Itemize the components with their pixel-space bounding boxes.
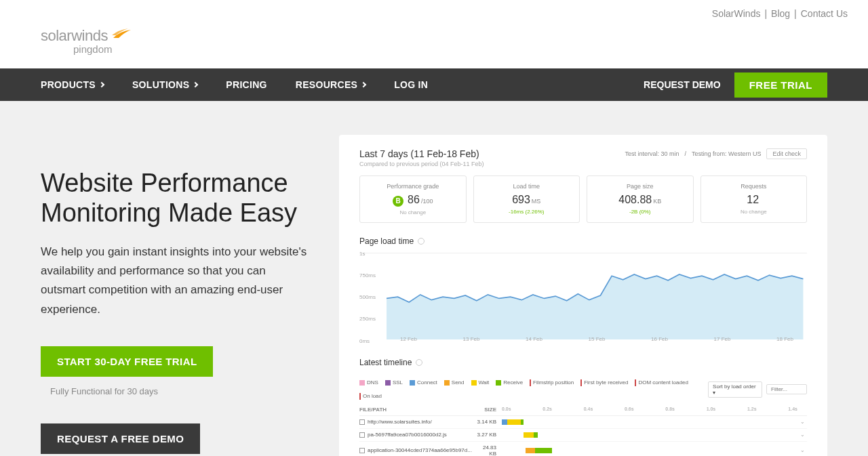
hero-title: Website Performance Monitoring Made Easy <box>41 169 312 228</box>
file-icon <box>359 419 365 425</box>
col-size: SIZE <box>475 407 502 413</box>
request-demo-button[interactable]: REQUEST A FREE DEMO <box>41 423 200 454</box>
expand-icon[interactable]: ⌄ <box>797 419 807 425</box>
file-size: 3.14 KB <box>475 419 502 425</box>
stat-value: 86 <box>408 194 420 206</box>
nav-request-demo[interactable]: REQUEST DEMO <box>644 79 721 90</box>
stat-label: Performance grade <box>366 183 460 190</box>
timeline-row[interactable]: application-30044cded7374aa66e95b97d... … <box>359 442 807 457</box>
expand-icon[interactable]: ⌄ <box>797 432 807 438</box>
test-location: Testing from: Western US <box>692 150 761 157</box>
timeline-title: Latest timeline <box>359 358 422 367</box>
nav-login[interactable]: LOG IN <box>394 79 428 90</box>
stat-card: Page size 408.88KB -2B (0%) <box>587 175 694 223</box>
legend-marker: First byte received <box>580 379 628 386</box>
info-icon <box>418 238 425 245</box>
logo-main-text: solarwinds <box>41 27 108 45</box>
stat-value: 693 <box>512 194 530 206</box>
dashboard-title: Last 7 days (11 Feb-18 Feb) <box>359 148 484 159</box>
scale-tick: 0.0s <box>502 407 511 413</box>
trial-note: Fully Functional for 30 days <box>50 386 312 396</box>
stat-card: Requests 12 No change <box>701 175 808 223</box>
link-blog[interactable]: Blog <box>771 8 790 19</box>
scale-tick: 0.6s <box>625 407 634 413</box>
stat-card: Performance grade B86/100 No change <box>359 175 467 223</box>
legend-item: Receive <box>496 379 523 386</box>
nav-resources[interactable]: RESOURCES <box>296 79 366 90</box>
dashboard-subtitle: Compared to previous period (04 Feb-11 F… <box>359 161 484 167</box>
stat-change: -16ms (2.26%) <box>479 209 574 215</box>
grade-badge: B <box>393 196 403 207</box>
legend-marker: On load <box>359 393 382 400</box>
x-axis-label: 15 Feb <box>589 336 606 342</box>
hero-section: Website Performance Monitoring Made Easy… <box>0 101 868 456</box>
logo-swoosh-icon <box>112 28 132 41</box>
col-file: FILE/PATH <box>359 407 475 413</box>
file-path: pa-5697ffa9cea07b0016000d2.js <box>368 432 447 438</box>
filter-input[interactable] <box>766 384 807 394</box>
timeline-legend: DNSSSLConnectSendWaitReceiveFilmstrip po… <box>359 379 708 400</box>
nav-products[interactable]: PRODUCTS <box>41 79 104 90</box>
chart-line <box>387 253 807 339</box>
x-axis-label: 13 Feb <box>463 336 480 342</box>
file-path: application-30044cded7374aa66e95b97d... <box>368 447 472 453</box>
info-icon <box>416 359 422 366</box>
main-nav: PRODUCTS SOLUTIONS PRICING RESOURCES LOG… <box>0 68 868 101</box>
timeline-bars <box>502 447 797 454</box>
nav-solutions[interactable]: SOLUTIONS <box>132 79 197 90</box>
timeline-row[interactable]: pa-5697ffa9cea07b0016000d2.js 3.27 KB ⌄ <box>359 429 807 442</box>
link-contact[interactable]: Contact Us <box>801 8 848 19</box>
timeline-table: FILE/PATH SIZE 0.0s0.2s0.4s0.6s0.8s1.0s1… <box>359 404 807 457</box>
stat-label: Load time <box>479 183 574 190</box>
link-solarwinds[interactable]: SolarWinds <box>712 8 761 19</box>
legend-item: Send <box>444 379 465 386</box>
top-links-bar: SolarWinds| Blog| Contact Us <box>0 0 868 27</box>
x-axis-label: 18 Feb <box>776 336 793 342</box>
dashboard-preview: Last 7 days (11 Feb-18 Feb) Compared to … <box>339 135 827 456</box>
expand-icon[interactable]: ⌄ <box>797 447 807 453</box>
stat-change: No change <box>366 209 460 215</box>
timeline-bars <box>502 432 797 438</box>
y-axis-label: 0ms <box>359 337 370 344</box>
edit-check-button[interactable]: Edit check <box>766 148 807 159</box>
y-axis-label: 500ms <box>359 294 376 300</box>
stats-row: Performance grade B86/100 No change Load… <box>359 175 807 223</box>
legend-item: Connect <box>410 379 437 386</box>
page-load-chart: 1s750ms500ms250ms0ms 12 Feb13 Feb14 Feb1… <box>359 253 807 341</box>
x-axis-label: 14 Feb <box>526 336 542 342</box>
chevron-right-icon <box>361 82 366 87</box>
logo[interactable]: solarwinds pingdom <box>41 27 132 55</box>
x-axis-label: 16 Feb <box>651 336 668 342</box>
stat-change: No change <box>707 209 802 215</box>
y-axis-label: 750ms <box>359 272 376 278</box>
scale-tick: 0.2s <box>542 407 552 413</box>
stat-label: Page size <box>593 183 688 190</box>
nav-pricing[interactable]: PRICING <box>226 79 267 90</box>
header: solarwinds pingdom <box>0 27 868 68</box>
file-icon <box>359 448 365 453</box>
file-path: http://www.solarsuites.info/ <box>368 419 432 425</box>
y-axis-label: 250ms <box>359 316 376 322</box>
timeline-row[interactable]: http://www.solarsuites.info/ 3.14 KB ⌄ <box>359 416 807 429</box>
chart-title: Page load time <box>359 236 807 246</box>
scale-tick: 1.4s <box>788 407 797 413</box>
x-axis-label: 17 Feb <box>714 336 731 342</box>
stat-change: -2B (0%) <box>593 209 688 215</box>
legend-marker: DOM content loaded <box>635 379 688 386</box>
legend-item: SSL <box>385 379 403 386</box>
stat-value: 408.88 <box>618 194 652 206</box>
stat-label: Requests <box>707 183 802 190</box>
hero-description: We help you gain instant insights into y… <box>41 243 312 318</box>
stat-card: Load time 693MS -16ms (2.26%) <box>473 175 580 223</box>
file-icon <box>359 432 365 438</box>
scale-tick: 1.0s <box>707 407 716 413</box>
sort-select[interactable]: Sort by load order ▾ <box>708 381 762 398</box>
timeline-bars <box>502 419 797 426</box>
x-axis-label: 12 Feb <box>400 336 417 342</box>
legend-item: DNS <box>359 379 378 386</box>
free-trial-button[interactable]: FREE TRIAL <box>734 72 827 98</box>
scale-tick: 0.8s <box>665 407 675 413</box>
start-trial-button[interactable]: START 30-DAY FREE TRIAL <box>41 346 213 377</box>
y-axis-label: 1s <box>359 250 365 256</box>
file-size: 24.83 KB <box>475 444 502 457</box>
